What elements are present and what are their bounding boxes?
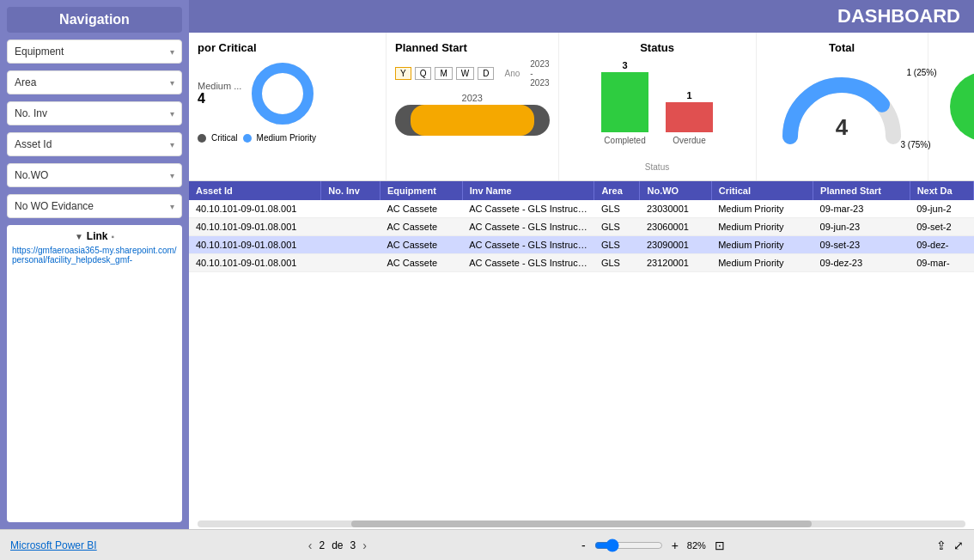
- page-de-label: de: [332, 539, 343, 551]
- table-cell: 40.10.101-09-01.08.001: [189, 218, 321, 236]
- btn-week[interactable]: W: [456, 67, 474, 80]
- table-cell: AC Cassete: [380, 200, 462, 218]
- col-next-da: Next Da: [910, 181, 973, 200]
- share-icon[interactable]: ⇪: [936, 539, 947, 552]
- legend-critical: Critical: [211, 133, 238, 143]
- planned-year: 2023: [395, 93, 550, 103]
- donut-container: Medium ... 4: [198, 59, 377, 128]
- table-cell: 09-mar-23: [813, 200, 910, 218]
- chevron-down-icon: ▾: [170, 171, 174, 180]
- fullscreen-icon[interactable]: ⤢: [953, 539, 964, 552]
- filter-no-wo-evidance[interactable]: No WO Evidance ▾: [7, 194, 182, 218]
- svg-point-3: [950, 72, 974, 141]
- chevron-down-icon: ▾: [170, 140, 174, 149]
- table-cell: AC Cassete - GLS Instructur Lounge: [462, 218, 594, 236]
- filter-asset-id[interactable]: Asset Id ▾: [7, 132, 182, 156]
- charts-area: por Critical Medium ... 4 Critic: [189, 33, 974, 181]
- table-cell: 09-mar-: [910, 254, 973, 272]
- fit-page-icon[interactable]: ⊡: [715, 539, 725, 552]
- table-row[interactable]: 40.10.101-09-01.08.001AC CasseteAC Casse…: [189, 236, 974, 254]
- arrow-icon: ▼: [75, 232, 83, 241]
- table-cell: 09-jun-23: [813, 218, 910, 236]
- zoom-control: - + 82% ⊡: [578, 539, 725, 552]
- zoom-level: 82%: [687, 540, 706, 551]
- zoom-slider[interactable]: [594, 539, 663, 552]
- zoom-plus-icon[interactable]: +: [668, 539, 682, 552]
- chart-critical-title: por Critical: [198, 41, 377, 54]
- table-cell: 09-jun-2: [910, 200, 973, 218]
- table-cell: AC Cassete - GLS Instructur Lounge: [462, 236, 594, 254]
- filter-area-label: Area: [15, 76, 36, 88]
- sidebar-title: Navigation: [7, 7, 182, 33]
- bottom-bar: Microsoft Power BI ‹ 2 de 3 › - + 82% ⊡ …: [0, 529, 974, 560]
- chevron-down-icon: ▾: [170, 47, 174, 57]
- filter-no-wo[interactable]: No.WO ▾: [7, 163, 182, 187]
- table-area: Asset Id No. Inv Equipment Inv Name Area…: [189, 181, 974, 519]
- link-url[interactable]: https://gmfaeroasia365-my.sharepoint.com…: [12, 246, 177, 265]
- btn-day[interactable]: D: [478, 67, 494, 80]
- bar-overdue-value: 1: [686, 90, 691, 100]
- medium-value: 4: [198, 91, 241, 107]
- zoom-minus-icon[interactable]: -: [578, 539, 589, 552]
- filter-no-inv[interactable]: No. Inv ▾: [7, 101, 182, 125]
- prev-page-button[interactable]: ‹: [308, 539, 313, 552]
- table-cell: 23120001: [640, 254, 711, 272]
- chart-total-title: Total: [765, 41, 919, 54]
- filter-asset-id-label: Asset Id: [15, 138, 52, 150]
- status-axis-label: Status: [568, 162, 747, 172]
- table-cell: 23030001: [640, 200, 711, 218]
- pie-container: 1 (25%) 3 (75%): [937, 59, 974, 156]
- table-cell: 23060001: [640, 218, 711, 236]
- pie-wrapper: 1 (25%) 3 (75%): [937, 59, 974, 156]
- link-close-icon[interactable]: ▪: [112, 232, 115, 241]
- col-no-wo: No.WO: [640, 181, 711, 200]
- page-total: 3: [350, 539, 356, 551]
- pagination: ‹ 2 de 3 ›: [308, 539, 367, 552]
- table-cell: Medium Priority: [711, 218, 813, 236]
- table-cell: GLS: [594, 218, 640, 236]
- gauge-chart: 4: [773, 59, 910, 145]
- col-no-inv: No. Inv: [321, 181, 380, 200]
- link-box: ▼ Link ▪ https://gmfaeroasia365-my.share…: [7, 225, 182, 522]
- table-cell: Medium Priority: [711, 200, 813, 218]
- scrollbar-thumb[interactable]: [351, 520, 812, 527]
- table-cell: 09-dez-: [910, 236, 973, 254]
- legend-medium: Medium Priority: [257, 133, 316, 143]
- dashboard-header: DASHBOARD: [189, 0, 974, 33]
- filter-equipment[interactable]: Equipment ▾: [7, 40, 182, 64]
- table-cell: AC Cassete: [380, 254, 462, 272]
- horizontal-scrollbar[interactable]: [198, 520, 965, 527]
- table-row[interactable]: 40.10.101-09-01.08.001AC CasseteAC Casse…: [189, 200, 974, 218]
- filter-area[interactable]: Area ▾: [7, 70, 182, 94]
- chevron-down-icon: ▾: [170, 202, 174, 211]
- btn-quarter[interactable]: Q: [415, 67, 432, 80]
- pie-label-25: 1 (25%): [907, 68, 937, 77]
- table-cell: 40.10.101-09-01.08.001: [189, 236, 321, 254]
- next-page-button[interactable]: ›: [362, 539, 367, 552]
- table-row[interactable]: 40.10.101-09-01.08.001AC CasseteAC Casse…: [189, 218, 974, 236]
- table-cell: AC Cassete: [380, 218, 462, 236]
- chart-status-title: Status: [568, 41, 747, 54]
- filter-equipment-label: Equipment: [15, 46, 64, 58]
- planned-range: 2023 - 2023: [530, 59, 549, 88]
- critical-dot: [198, 134, 206, 143]
- chart-status: Status 3 Completed 1 Overdue: [559, 33, 757, 180]
- main-container: Navigation Equipment ▾ Area ▾ No. Inv ▾ …: [0, 0, 974, 560]
- powerbi-link[interactable]: Microsoft Power BI: [10, 539, 97, 551]
- main-content: DASHBOARD por Critical Medium ... 4: [189, 0, 974, 529]
- filter-no-wo-label: No.WO: [15, 169, 48, 181]
- scroll-area: [189, 519, 974, 529]
- planned-controls: Y Q M W D Ano 2023 - 2023: [395, 59, 550, 88]
- table-header-row: Asset Id No. Inv Equipment Inv Name Area…: [189, 181, 974, 200]
- planned-axis-label: Ano: [504, 69, 520, 78]
- chart-critical-legend: Critical Medium Priority: [198, 133, 377, 143]
- table-row[interactable]: 40.10.101-09-01.08.001AC CasseteAC Casse…: [189, 254, 974, 272]
- btn-month[interactable]: M: [435, 67, 452, 80]
- chevron-down-icon: ▾: [170, 109, 174, 119]
- data-table: Asset Id No. Inv Equipment Inv Name Area…: [189, 181, 974, 272]
- table-cell: Medium Priority: [711, 236, 813, 254]
- chart-percentage-title: por Percentage: [937, 41, 974, 54]
- filter-no-inv-label: No. Inv: [15, 107, 47, 119]
- bar-completed-value: 3: [622, 60, 627, 70]
- btn-year[interactable]: Y: [395, 67, 411, 80]
